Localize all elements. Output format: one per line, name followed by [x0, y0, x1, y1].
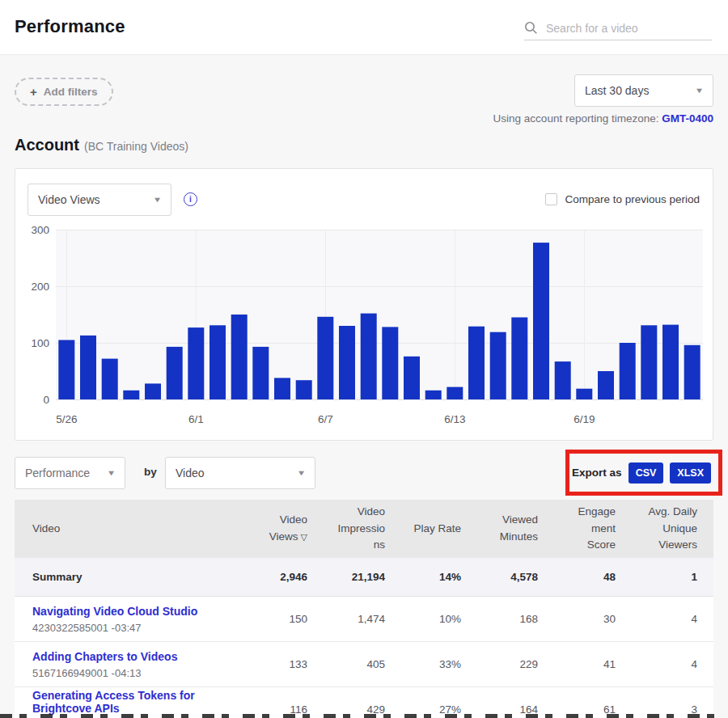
date-range-value: Last 30 days — [585, 84, 649, 97]
svg-text:6/1: 6/1 — [188, 413, 204, 425]
metric-value: Video Views — [38, 193, 100, 206]
page-title: Performance — [15, 16, 125, 37]
chart-bar — [231, 315, 248, 399]
chart-bar — [641, 325, 657, 399]
compare-checkbox[interactable] — [545, 193, 557, 205]
export-csv-button[interactable]: CSV — [629, 462, 664, 484]
metric-value-cell: 150 — [259, 613, 324, 625]
chart-card: Video Views ▼ i Compare to previous peri… — [15, 168, 713, 441]
chart-bar — [274, 378, 290, 399]
metric-value-cell: 10% — [401, 613, 477, 625]
video-views-bar-chart: 01002003005/266/16/76/136/19 — [15, 219, 714, 437]
table-row: Adding Chapters to Videos5167166949001 -… — [15, 642, 713, 687]
summary-value: 1 — [632, 571, 713, 583]
timezone-link[interactable]: GMT-0400 — [662, 112, 713, 125]
chart-bar — [447, 387, 463, 399]
add-filters-label: Add filters — [44, 86, 98, 98]
column-header-avg-daily-unique-viewers[interactable]: Avg. Daily Unique Viewers — [632, 504, 713, 555]
chart-bar — [123, 391, 139, 399]
summary-value: 48 — [554, 571, 632, 583]
column-header-engagement-score[interactable]: Engagement Score — [554, 504, 632, 555]
date-range-select[interactable]: Last 30 days ▼ — [574, 74, 713, 107]
chart-bar — [252, 347, 269, 399]
compare-label: Compare to previous period — [565, 193, 700, 205]
top-header: Performance — [0, 0, 728, 55]
metric-value-cell: 1,474 — [324, 613, 401, 625]
column-header-video-impressions[interactable]: Video Impressions — [324, 504, 401, 555]
video-title-link[interactable]: Adding Chapters to Videos — [32, 650, 254, 663]
video-id-duration: 5167166949001 -04:13 — [32, 667, 254, 679]
svg-text:6/7: 6/7 — [318, 413, 333, 425]
metric-select[interactable]: Video Views ▼ — [28, 184, 171, 216]
chart-bar — [210, 325, 226, 399]
sort-descending-icon[interactable]: ▽ — [298, 532, 307, 542]
video-title-link[interactable]: Navigating Video Cloud Studio — [32, 605, 254, 618]
metric-value-cell: 229 — [477, 658, 554, 670]
svg-text:300: 300 — [31, 224, 49, 236]
column-header-video: Video — [15, 521, 259, 538]
metric-value-cell: 405 — [324, 658, 401, 670]
column-header-play-rate[interactable]: Play Rate — [401, 521, 477, 538]
chart-bar — [425, 391, 442, 399]
chart-bar — [361, 314, 377, 399]
chart-bar — [317, 317, 333, 399]
chart-bar — [490, 332, 506, 399]
summary-value: 2,946 — [259, 571, 324, 583]
column-header-viewed-minutes[interactable]: Viewed Minutes — [477, 512, 554, 546]
metric-value-cell: 33% — [401, 658, 477, 670]
dimension-select[interactable]: Video ▼ — [165, 457, 315, 489]
chart-bar — [167, 347, 183, 399]
info-icon[interactable]: i — [184, 192, 197, 206]
chevron-down-icon: ▼ — [297, 469, 307, 477]
metric-value-cell: 168 — [477, 613, 554, 625]
video-search[interactable] — [524, 16, 712, 40]
svg-text:6/19: 6/19 — [574, 413, 595, 425]
table-header-row: VideoVideo Views ▽Video ImpressionsPlay … — [15, 500, 713, 558]
summary-label: Summary — [15, 571, 259, 583]
table-summary-row: Summary2,94621,19414%4,578481 — [15, 558, 713, 597]
video-cell: Navigating Video Cloud Studio42303225850… — [15, 605, 259, 634]
summary-value: 4,578 — [477, 571, 554, 583]
search-input[interactable] — [546, 22, 712, 35]
by-label: by — [144, 466, 157, 478]
chart-bar — [339, 326, 355, 399]
chart-bar — [80, 336, 96, 399]
chart-bar — [188, 327, 204, 399]
chart-bar — [533, 243, 549, 399]
svg-text:5/26: 5/26 — [56, 413, 77, 425]
summary-value: 14% — [401, 571, 477, 583]
add-filters-button[interactable]: + Add filters — [15, 78, 113, 106]
chart-bar — [598, 371, 614, 399]
chart-bar — [382, 327, 398, 399]
column-header-video-views[interactable]: Video Views ▽ — [259, 512, 324, 546]
chevron-down-icon: ▼ — [153, 196, 163, 204]
report-type-value: Performance — [25, 467, 90, 479]
chart-bar — [296, 380, 312, 399]
chart-bar — [511, 318, 527, 400]
dimension-value: Video — [176, 467, 205, 479]
svg-text:6/13: 6/13 — [444, 413, 465, 425]
metric-value-cell: 133 — [259, 658, 324, 670]
chart-bar — [58, 340, 74, 400]
account-subtitle: (BC Training Videos) — [84, 140, 188, 153]
summary-value: 21,194 — [324, 571, 401, 583]
performance-table: VideoVideo Views ▽Video ImpressionsPlay … — [15, 500, 713, 718]
chart-bar — [684, 345, 700, 399]
account-heading: Account(BC Training Videos) — [15, 136, 188, 154]
timezone-note: Using account reporting timezone: GMT-04… — [493, 112, 713, 125]
chevron-down-icon: ▼ — [695, 87, 705, 95]
export-xlsx-button[interactable]: XLSX — [670, 462, 711, 484]
metric-value-cell: 30 — [554, 613, 632, 625]
compare-previous-toggle[interactable]: Compare to previous period — [545, 193, 700, 205]
metric-value-cell: 4 — [632, 658, 713, 670]
report-type-select[interactable]: Performance ▼ — [15, 457, 125, 489]
video-cell: Adding Chapters to Videos5167166949001 -… — [15, 650, 259, 679]
chart-bar — [468, 327, 485, 399]
video-title-link[interactable]: Generating Access Tokens for Brightcove … — [32, 689, 254, 715]
export-as-label: Export as — [572, 467, 622, 479]
chart-bar — [102, 359, 118, 399]
export-annotation-red-box: Export as CSV XLSX — [565, 450, 722, 496]
table-row: Navigating Video Cloud Studio42303225850… — [15, 597, 713, 642]
chart-bar — [404, 357, 420, 399]
metric-value-cell: 4 — [632, 613, 713, 625]
